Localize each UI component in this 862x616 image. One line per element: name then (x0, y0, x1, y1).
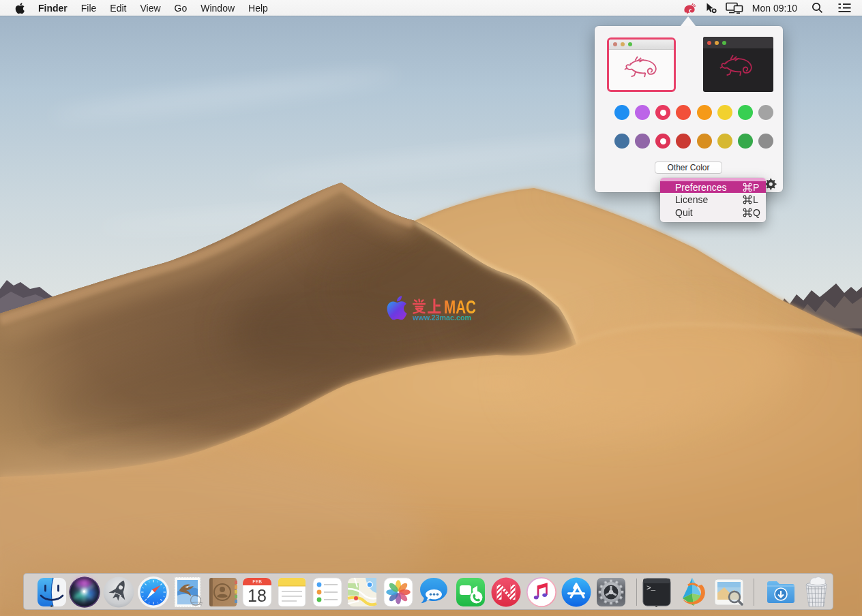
svg-text:>_: >_ (646, 584, 656, 592)
svg-text:FEB: FEB (252, 579, 262, 584)
svg-text:www.23mac.com: www.23mac.com (412, 313, 471, 322)
svg-text:18: 18 (248, 586, 267, 605)
